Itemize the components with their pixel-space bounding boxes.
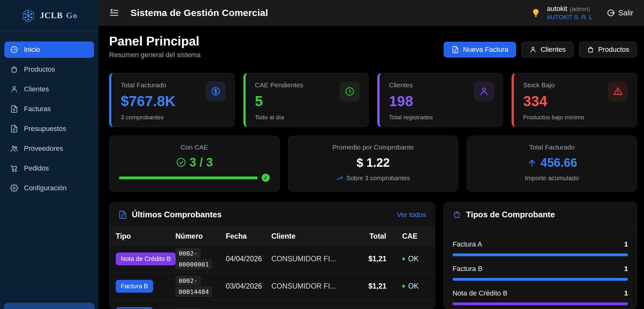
stat-label: CAE Pendientes bbox=[255, 81, 303, 89]
table-row[interactable]: Nota de Crédito B 0002- 00000001 04/04/2… bbox=[109, 245, 435, 273]
check-circle-icon bbox=[176, 157, 186, 168]
user-info[interactable]: autokit(admin) AUTOKIT S. R. L bbox=[547, 5, 592, 21]
bag-icon bbox=[10, 65, 18, 73]
sidebar: JCLBGo Inicio Productos Clientes bbox=[0, 0, 98, 309]
invoice-total: $1,21 bbox=[344, 282, 391, 290]
latest-invoices-panel: Últimos Comprobantes Ver todos Tipo Núme… bbox=[109, 202, 435, 309]
user-icon bbox=[10, 85, 18, 93]
user-icon bbox=[529, 46, 537, 53]
column-header-cliente: Cliente bbox=[271, 227, 344, 245]
page-title: Panel Principal bbox=[109, 34, 201, 48]
sidebar-item-clientes[interactable]: Clientes bbox=[4, 81, 94, 97]
gear-icon bbox=[10, 184, 18, 192]
page-head: Panel Principal Resumen general del sist… bbox=[109, 34, 637, 59]
sidebar-item-proveedores[interactable]: Proveedores bbox=[4, 140, 94, 157]
collapse-menu-icon[interactable] bbox=[109, 8, 119, 18]
sidebar-item-configuracion[interactable]: Configuración bbox=[4, 180, 94, 196]
stat-card-clientes: Clientes 198 Total registrados bbox=[377, 73, 503, 127]
file-text-icon bbox=[118, 210, 127, 219]
logout-button[interactable]: Salir bbox=[606, 8, 633, 17]
sidebar-item-inicio[interactable]: Inicio bbox=[4, 41, 94, 58]
clients-button[interactable]: Clientes bbox=[521, 42, 573, 57]
file-text-icon bbox=[452, 46, 459, 53]
sidebar-item-label: Clientes bbox=[24, 85, 49, 93]
file-text-icon bbox=[10, 105, 18, 113]
topbar: Sistema de Gestión Comercial autokit(adm… bbox=[98, 0, 644, 26]
metric-title: Total Facturado bbox=[529, 144, 575, 151]
bag-icon bbox=[452, 210, 461, 219]
metric-card-total-facturado: Total Facturado 456.66 Importe acumulado bbox=[467, 136, 637, 192]
stat-value: $767.8K bbox=[121, 93, 175, 110]
user-name: autokit bbox=[547, 5, 567, 13]
voucher-types-head: Tipos de Comprobante bbox=[444, 202, 637, 227]
sidebar-bottom-card[interactable] bbox=[4, 303, 95, 309]
table-row[interactable]: Factura B 0002- 00014484 03/04/2026 CONS… bbox=[109, 273, 435, 300]
sidebar-item-label: Presupuestos bbox=[24, 125, 66, 133]
invoice-client: CONSUMIDOR FI... bbox=[271, 255, 344, 263]
voucher-type-count: 1 bbox=[624, 289, 628, 297]
file-text-icon bbox=[10, 125, 18, 133]
sidebar-item-presupuestos[interactable]: Presupuestos bbox=[4, 121, 94, 137]
logout-label: Salir bbox=[618, 8, 633, 17]
bag-icon bbox=[587, 46, 594, 53]
voucher-types-title: Tipos de Comprobante bbox=[452, 210, 555, 220]
voucher-type-count: 1 bbox=[624, 265, 628, 273]
invoice-number-suffix: 00000001 bbox=[175, 259, 212, 269]
table-row[interactable]: Factura A 0002- bbox=[109, 300, 435, 309]
invoices-panel-title: Últimos Comprobantes bbox=[118, 210, 222, 220]
view-all-link[interactable]: Ver todos bbox=[397, 211, 426, 219]
invoices-title-text: Últimos Comprobantes bbox=[132, 210, 222, 220]
page-subtitle: Resumen general del sistema bbox=[109, 51, 201, 59]
sidebar-nav: Inicio Productos Clientes Facturas bbox=[0, 31, 98, 196]
sidebar-item-label: Configuración bbox=[24, 184, 67, 192]
cae-status-text: OK bbox=[408, 255, 419, 263]
quick-actions: Nueva Factura Clientes Productos bbox=[444, 42, 637, 57]
metric-title: Promedio por Comprobante bbox=[332, 144, 414, 151]
status-dot bbox=[402, 258, 405, 260]
stat-cards: Total Facturado $767.8K 3 comprobantes C… bbox=[109, 73, 637, 127]
invoices-table-header: Tipo Número Fecha Cliente Total CAE bbox=[109, 227, 435, 245]
clients-label: Clientes bbox=[541, 46, 565, 54]
column-header-fecha: Fecha bbox=[226, 227, 271, 245]
bottom-panels: Últimos Comprobantes Ver todos Tipo Núme… bbox=[109, 202, 637, 309]
voucher-types-body: Factura A 1 Factura B 1 bbox=[444, 227, 637, 305]
column-header-cae: CAE bbox=[391, 227, 429, 245]
sidebar-item-pedidos[interactable]: Pedidos bbox=[4, 160, 94, 176]
metric-sub: Sobre 3 comprobantes bbox=[336, 175, 410, 182]
stat-value: 5 bbox=[255, 93, 303, 110]
metric-sub-text: Importe acumulado bbox=[525, 175, 579, 182]
brand-name-primary: JCLB bbox=[40, 11, 63, 20]
voucher-type-count: 1 bbox=[624, 240, 628, 248]
voucher-type-label: Factura B bbox=[452, 265, 482, 273]
warning-triangle-icon bbox=[608, 81, 628, 101]
sidebar-item-label: Inicio bbox=[24, 46, 40, 54]
metric-value-text: 456.66 bbox=[541, 156, 577, 170]
invoice-date: 03/04/2026 bbox=[226, 282, 271, 290]
stat-value: 198 bbox=[389, 93, 433, 110]
voucher-type-item: Nota de Crédito B 1 bbox=[452, 289, 628, 305]
company-name: AUTOKIT S. R. L bbox=[547, 14, 592, 21]
sidebar-item-productos[interactable]: Productos bbox=[4, 61, 94, 78]
page-head-text: Panel Principal Resumen general del sist… bbox=[109, 34, 201, 59]
lightbulb-icon[interactable] bbox=[531, 8, 541, 18]
voucher-types-panel: Tipos de Comprobante Factura A 1 bbox=[443, 202, 637, 309]
metric-card-promedio: Promedio por Comprobante $ 1.22 Sobre 3 … bbox=[288, 136, 458, 192]
stat-card-total-facturado: Total Facturado $767.8K 3 comprobantes bbox=[109, 73, 235, 127]
sidebar-item-label: Productos bbox=[24, 65, 55, 73]
new-invoice-button[interactable]: Nueva Factura bbox=[444, 42, 516, 57]
clock-icon bbox=[340, 81, 360, 101]
brand-logo[interactable]: JCLBGo bbox=[0, 0, 98, 31]
products-button[interactable]: Productos bbox=[579, 42, 637, 57]
metric-sub: Importe acumulado bbox=[525, 175, 579, 182]
invoice-total: $1,21 bbox=[344, 255, 391, 263]
voucher-type-bar bbox=[452, 253, 628, 256]
metric-cards: Con CAE 3 / 3 ✓ Promedio por Comprobante bbox=[109, 136, 637, 192]
stat-text: CAE Pendientes 5 Todo al día bbox=[255, 81, 303, 119]
invoice-type-badge: Factura A bbox=[116, 307, 153, 309]
invoice-type-badge: Factura B bbox=[116, 280, 153, 293]
new-invoice-label: Nueva Factura bbox=[463, 46, 508, 54]
stat-text: Clientes 198 Total registrados bbox=[389, 81, 433, 119]
sidebar-item-facturas[interactable]: Facturas bbox=[4, 101, 94, 117]
stat-card-stock-bajo: Stock Bajo 334 Productos bajo mínimo bbox=[512, 73, 637, 127]
invoices-panel-head: Últimos Comprobantes Ver todos bbox=[109, 202, 435, 227]
